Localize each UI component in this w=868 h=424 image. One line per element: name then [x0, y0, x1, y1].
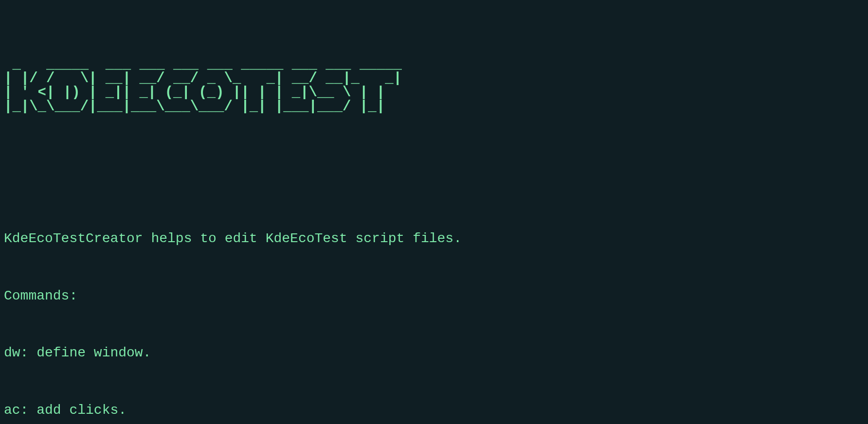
command-line: ac: add clicks.: [4, 401, 864, 420]
command-line: dw: define window.: [4, 343, 864, 362]
description-line: KdeEcoTestCreator helps to edit KdeEcoTe…: [4, 229, 864, 248]
commands-header: Commands:: [4, 286, 864, 305]
terminal-output[interactable]: _ _____ ___ ___ ___ ___ _____ ___ ___ __…: [0, 0, 868, 424]
ascii-banner: _ _____ ___ ___ ___ ___ _____ ___ ___ __…: [4, 57, 864, 114]
